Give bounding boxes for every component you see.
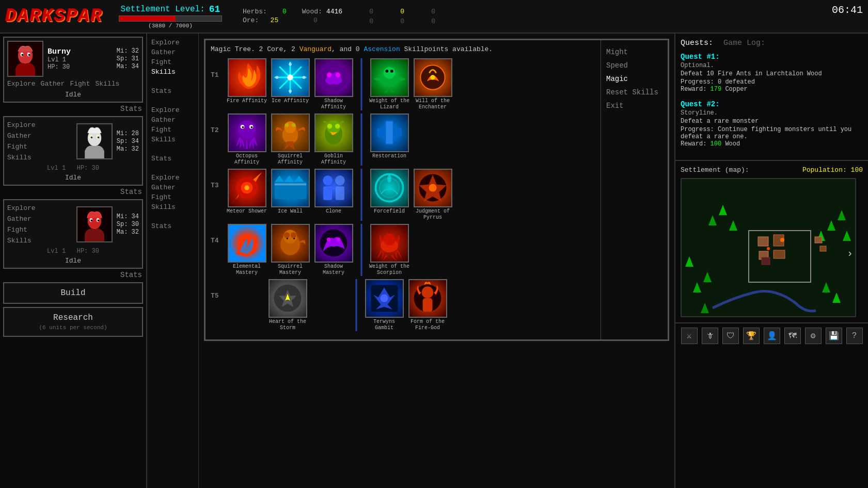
nav-fight-1[interactable]: Fight [151,57,194,67]
extra-val2: 0 [358,18,373,25]
red-ma: Ma: 32 [117,229,139,236]
red-gather[interactable]: Gather [7,214,49,224]
nav-fight-2[interactable]: Fight [151,125,194,135]
magic-menu-reset[interactable]: Reset Skills [606,86,662,99]
skill-icon-fire-affinity[interactable] [228,58,266,97]
skill-icon-squirrel-mastery[interactable] [271,224,310,263]
svg-rect-60 [274,184,306,186]
skill-icon-elemental-mastery[interactable] [228,224,266,263]
skill-icon-shadow-mastery[interactable] [314,224,353,263]
skill-icon-weight-lizard[interactable] [370,58,409,97]
nav-skills-3[interactable]: Skills [151,202,194,212]
skill-icon-meteor-shower[interactable] [228,169,266,207]
skill-terwyns-gambit: Terwyns Gambit [364,279,405,331]
red-stats-btn[interactable]: Stats [120,271,142,279]
skill-icon-heart-storm[interactable] [269,279,307,318]
nav-explore-3[interactable]: Explore [151,173,194,183]
skill-icon-forcefield[interactable] [370,169,409,207]
nav-explore-2[interactable]: Explore [151,105,194,115]
magic-menu-exit[interactable]: Exit [606,99,662,112]
skill-octopus-affinity: Octopus Affinity [226,113,267,166]
svg-rect-107 [774,250,785,258]
nav-skills-2[interactable]: Skills [151,135,194,144]
build-panel[interactable]: Build [3,282,143,304]
icon-person[interactable]: 👤 [764,328,780,344]
burny-fight[interactable]: Fight [70,79,90,89]
skill-icon-shadow-affinity[interactable] [314,58,353,97]
burny-gather[interactable]: Gather [41,79,65,89]
tab-game-log[interactable]: Game Log: [723,39,765,47]
red-fight[interactable]: Fight [7,225,49,235]
elfy-explore[interactable]: Explore [7,120,49,130]
icon-trophy[interactable]: 🏆 [743,328,760,344]
skill-icon-goblin-affinity[interactable] [314,113,353,152]
red-explore[interactable]: Explore [7,203,49,213]
map-canvas[interactable]: › [681,178,856,317]
icon-dagger[interactable]: 🗡 [702,328,718,344]
quest-2-reward: Reward: 100 Wood [681,140,863,148]
research-panel[interactable]: Research (6 units per second) [3,307,143,337]
skill-icon-form-firegod[interactable] [408,279,447,318]
map-arrow[interactable]: › [847,248,853,259]
magic-menu-speed[interactable]: Speed [606,59,662,72]
skill-icon-ice-wall[interactable] [271,169,310,207]
elfy-gather[interactable]: Gather [7,131,49,141]
svg-rect-55 [386,121,392,144]
magic-side-menu: Might Speed Magic Reset Skills Exit [601,40,668,339]
elfy-fight[interactable]: Fight [7,142,49,152]
burny-explore[interactable]: Explore [7,79,36,89]
skill-icon-clone[interactable] [314,169,353,207]
stats-label-2[interactable]: Stats [151,155,194,162]
avatar-red [76,206,113,242]
svg-point-73 [290,232,296,238]
elfy-stats-btn[interactable]: Stats [120,188,142,196]
magic-menu-might[interactable]: Might [606,45,662,59]
skill-icon-judgment-pyrrus[interactable] [414,169,452,207]
nav-gather-2[interactable]: Gather [151,115,194,125]
icon-save[interactable]: 💾 [826,328,842,344]
magic-menu-magic[interactable]: Magic [606,72,662,86]
skill-restoration: Restoration [369,113,410,166]
svg-point-49 [327,124,332,128]
burny-name: Burny [48,47,113,56]
nav-explore-1[interactable]: Explore [151,38,194,47]
extra-val4: 0 [389,18,404,25]
burny-level: Lvl 1 [48,56,113,63]
icon-shield[interactable]: 🛡 [722,328,739,344]
skill-icon-weight-scorpion[interactable] [370,224,409,263]
skill-icon-terwyns-gambit[interactable] [365,279,404,318]
skill-icon-restoration[interactable] [370,113,409,152]
character-panel-burny: Burny Lvl 1 HP: 30 Mi: 32 Sp: 31 Ma: 34 … [3,37,143,103]
skill-icon-will-enchanter[interactable] [414,58,452,97]
red-skills[interactable]: Skills [7,236,49,246]
icon-settings[interactable]: ⚙ [805,328,822,344]
nav-gather-1[interactable]: Gather [151,47,194,57]
nav-fight-3[interactable]: Fight [151,192,194,202]
skill-icon-squirrel-affinity[interactable] [271,113,310,152]
burny-stats-btn[interactable]: Stats [120,105,142,113]
svg-point-61 [323,175,333,185]
burny-skills[interactable]: Skills [95,79,119,89]
burny-info: Burny Lvl 1 HP: 30 [48,47,113,71]
icon-sword[interactable]: ⚔ [681,328,698,344]
burny-mi: Mi: 32 [117,47,139,55]
tab-quests[interactable]: Quests: [681,39,713,47]
skill-icon-octopus-affinity[interactable] [228,113,266,152]
svg-point-31 [383,67,395,79]
stats-label-3[interactable]: Stats [151,222,194,230]
nav-gather-3[interactable]: Gather [151,183,194,192]
svg-point-108 [780,238,784,242]
skill-fire-affinity: Fire Affinity [226,58,267,110]
stats-label-1[interactable]: Stats [151,87,194,95]
quest-1-reward-val: 179 [711,86,722,93]
icon-help[interactable]: ? [846,328,863,344]
elfy-skills[interactable]: Skills [7,153,49,162]
svg-point-43 [285,123,289,127]
extra-val3: 0 [389,8,404,15]
xp-range: (3880 / 7000) [148,23,193,29]
skill-icon-ice-affinity[interactable] [271,58,310,97]
quest-1: Quest #1: Optional. Defeat 10 Fire Ants … [681,53,863,93]
icon-map[interactable]: 🗺 [784,328,801,344]
character-panel-elfy: Explore Gather Fight Skills Mi: 28 [3,116,143,186]
nav-skills-1[interactable]: Skills [151,67,194,77]
